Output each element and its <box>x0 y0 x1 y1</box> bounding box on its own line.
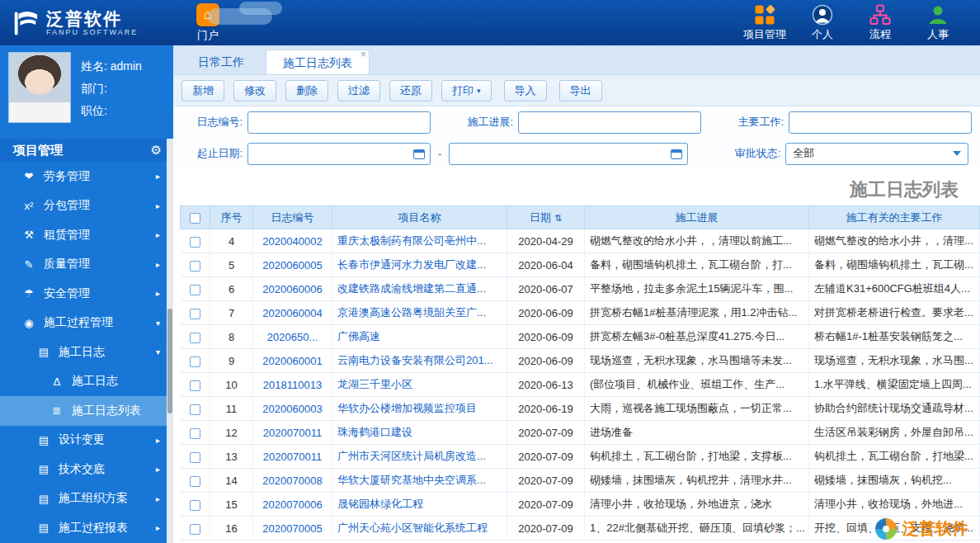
nav-hr[interactable]: 人事 <box>909 4 967 42</box>
cell-seq: 12 <box>210 421 253 445</box>
project-name-link[interactable]: 晟铭园林绿化工程 <box>337 498 423 510</box>
column-header-main-work[interactable]: 施工有关的主要工作 <box>809 206 980 229</box>
date-to-input[interactable] <box>449 143 688 165</box>
log-no-input[interactable] <box>247 111 431 134</box>
cell-date: 2020-06-13 <box>507 373 585 397</box>
progress-input[interactable] <box>518 111 701 134</box>
sidebar-menu-item[interactable]: ▤ 施工组织方案 ▸ <box>0 484 173 514</box>
menu-item-icon: ▤ <box>36 434 51 446</box>
column-header-seq[interactable]: 序号 <box>210 206 253 229</box>
toolbar-button[interactable]: 过滤 <box>337 80 380 102</box>
log-code-link[interactable]: 2020070011 <box>263 427 322 439</box>
log-code-link[interactable]: 2020060001 <box>262 355 322 367</box>
toolbar-button[interactable]: 修改 <box>233 80 276 102</box>
toolbar-button[interactable]: 删除 <box>285 80 328 102</box>
nav-personal[interactable]: 个人 <box>794 4 851 42</box>
row-checkbox[interactable] <box>190 333 200 343</box>
log-code-link[interactable]: 2020070008 <box>262 475 322 487</box>
cell-progress: 1、22#北侧基础开挖、砸压顶、回填砂浆；... <box>585 517 809 541</box>
tab[interactable]: 施工日志列表 × <box>266 50 370 74</box>
log-code-link[interactable]: 2020060004 <box>262 307 322 319</box>
main-work-input[interactable] <box>789 111 972 134</box>
cell-date: 2020-06-19 <box>507 397 585 421</box>
sidebar-menu-item[interactable]: ▤ 技术交底 ▸ <box>0 455 173 484</box>
toolbar-button[interactable]: 导入 <box>504 80 547 102</box>
project-name-link[interactable]: 广州天心苑小区智能化系统工程 <box>337 522 488 534</box>
column-header-project[interactable]: 项目名称 <box>332 206 507 229</box>
project-name-link[interactable]: 珠海鹤港口建设 <box>337 426 412 438</box>
row-checkbox[interactable] <box>190 261 200 272</box>
log-code-link[interactable]: 2020070006 <box>262 498 322 511</box>
log-code-link[interactable]: 2020070005 <box>262 522 322 535</box>
log-code-link[interactable]: 2018110013 <box>263 379 322 391</box>
row-checkbox[interactable] <box>190 524 200 535</box>
sidebar-menu-item[interactable]: ⚒ 租赁管理 ▸ <box>0 220 173 250</box>
log-code-link[interactable]: 2020040002 <box>262 235 322 248</box>
row-checkbox[interactable] <box>190 404 200 415</box>
log-code-link[interactable]: 2020060005 <box>262 259 322 272</box>
approval-select[interactable]: 全部 <box>785 143 968 165</box>
menu-item-icon: ❤ <box>21 170 36 182</box>
row-checkbox[interactable] <box>190 356 200 367</box>
toolbar-button[interactable]: 打印 ▾ <box>441 80 492 102</box>
sidebar-title: 项目管理 <box>13 143 63 158</box>
row-checkbox[interactable] <box>190 452 200 463</box>
calendar-icon[interactable] <box>413 149 425 159</box>
log-code-link[interactable]: 2020060006 <box>262 283 322 295</box>
sidebar-menu-item[interactable]: ▤ 施工日志 ▾ <box>0 338 173 367</box>
sidebar-menu-item[interactable]: ✎ 质量管理 ▸ <box>0 250 173 280</box>
sidebar-menu-item[interactable]: ❤ 劳务管理 ▸ <box>0 162 173 191</box>
date-from-input[interactable] <box>247 143 431 165</box>
nav-project-management[interactable]: 项目管理 <box>736 4 794 42</box>
sidebar-menu-item[interactable]: ∆ 施工日志 <box>0 367 173 397</box>
toolbar-button[interactable]: 新增 <box>181 80 224 102</box>
log-code-link[interactable]: 2020070011 <box>263 451 322 463</box>
row-checkbox[interactable] <box>190 500 200 511</box>
date-range-label: 起止日期: <box>185 146 243 161</box>
tab-close-icon[interactable]: × <box>360 50 366 59</box>
sidebar-menu-item[interactable]: ▤ 设计变更 ▸ <box>0 426 173 456</box>
sidebar-section-header[interactable]: 项目管理 ⚙ <box>0 139 173 162</box>
project-name-link[interactable]: 云南电力设备安装有限公司201... <box>337 354 493 366</box>
row-checkbox[interactable] <box>190 285 200 295</box>
select-all-checkbox[interactable] <box>190 213 200 224</box>
project-name-link[interactable]: 重庆太极制药有限公司亳州中... <box>337 234 486 247</box>
gear-icon[interactable]: ⚙ <box>151 143 162 158</box>
sidebar-menu-item[interactable]: x² 分包管理 ▸ <box>0 191 173 221</box>
sidebar-menu-item[interactable]: ▤ 施工过程报表 ▸ <box>0 513 173 543</box>
cell-seq: 15 <box>210 493 253 517</box>
sidebar-menu-item[interactable]: ◉ 施工过程管理 ▾ <box>0 309 173 338</box>
column-header-code[interactable]: 日志编号 <box>253 206 332 229</box>
column-header-progress[interactable]: 施工进展 <box>585 206 809 229</box>
row-checkbox[interactable] <box>190 428 200 439</box>
project-name-link[interactable]: 广佛高速 <box>337 330 380 342</box>
project-name-link[interactable]: 长春市伊通河水力发电厂改建... <box>337 258 486 271</box>
project-name-link[interactable]: 京港澳高速公路粤境韶关至广... <box>337 306 486 319</box>
row-checkbox[interactable] <box>190 380 200 391</box>
scrollbar-thumb[interactable] <box>167 309 172 413</box>
row-checkbox[interactable] <box>190 476 200 487</box>
tab[interactable]: 日常工作 <box>181 50 261 74</box>
project-name-link[interactable]: 广州市天河区统计局机房改造... <box>337 450 486 462</box>
sidebar-menu-item[interactable]: ☂ 安全管理 ▸ <box>0 279 173 309</box>
toolbar-button[interactable]: 还原 <box>389 80 432 102</box>
project-name-link[interactable]: 华软大厦研究基地中央空调系... <box>337 474 486 486</box>
project-name-link[interactable]: 华软办公楼增加视频监控项目 <box>337 402 477 414</box>
sort-icon[interactable]: ⇅ <box>554 213 562 223</box>
menu-item-label: 施工日志 <box>72 374 118 389</box>
project-name-link[interactable]: 龙湖三千里小区 <box>337 378 412 390</box>
expand-arrow-icon: ▸ <box>156 172 160 181</box>
toolbar-button[interactable]: 导出 <box>559 80 602 102</box>
calendar-icon[interactable] <box>671 149 682 159</box>
row-checkbox[interactable] <box>190 237 200 248</box>
row-checkbox[interactable] <box>190 309 200 319</box>
log-code-link[interactable]: 2020650... <box>267 331 318 343</box>
log-code-link[interactable]: 2020060003 <box>262 403 322 415</box>
sidebar-scrollbar[interactable] <box>167 139 173 543</box>
sidebar-menu-item[interactable]: ≣ 施工日志列表 <box>0 396 173 426</box>
expand-arrow-icon: ▸ <box>156 523 160 532</box>
menu-item-label: 设计变更 <box>59 432 105 447</box>
nav-workflow[interactable]: 流程 <box>851 4 909 42</box>
project-name-link[interactable]: 改建铁路成渝线增建第二直通... <box>337 282 486 295</box>
column-header-date[interactable]: 日期⇅ <box>507 206 585 229</box>
